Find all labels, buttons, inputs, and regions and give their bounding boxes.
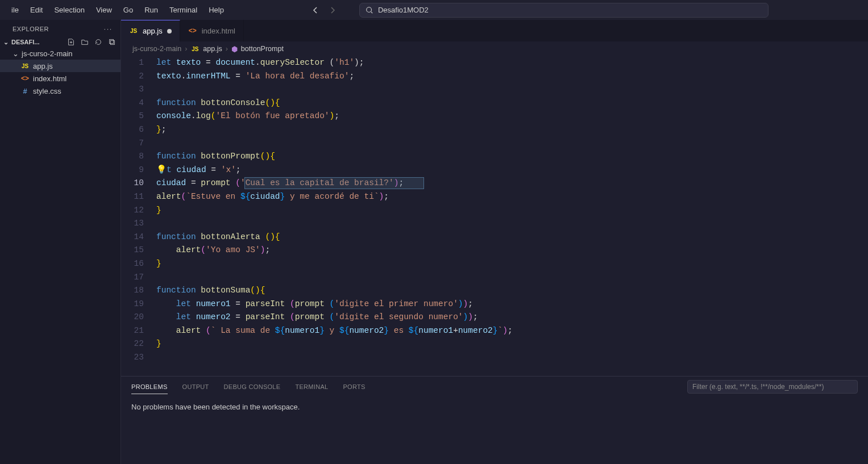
new-file-icon[interactable] bbox=[67, 38, 75, 46]
code-line-16[interactable]: } bbox=[156, 257, 868, 271]
breadcrumb-separator-icon: › bbox=[185, 45, 187, 53]
explorer-more-icon[interactable]: ··· bbox=[104, 26, 113, 32]
code-line-10[interactable]: ciudad = prompt ('Cual es la capital de … bbox=[156, 177, 868, 190]
code-line-11[interactable]: alert(`Estuve en ${ciudad} y me acordé d… bbox=[156, 190, 868, 204]
menu-edit[interactable]: Edit bbox=[24, 3, 48, 16]
panel-tabs: PROBLEMSOUTPUTDEBUG CONSOLETERMINALPORTS… bbox=[121, 377, 868, 397]
menu-selection[interactable]: Selection bbox=[48, 3, 90, 16]
code-line-12[interactable]: } bbox=[156, 204, 868, 218]
file-label: app.js bbox=[33, 62, 53, 70]
explorer-title: EXPLORER bbox=[13, 26, 49, 32]
css-icon: # bbox=[20, 87, 30, 95]
code-line-22[interactable]: } bbox=[156, 337, 868, 351]
editor-area: JSapp.js<>index.html js-curso-2-main › J… bbox=[121, 20, 868, 464]
code-line-19[interactable]: let numero1 = parseInt (prompt ('digite … bbox=[156, 298, 868, 311]
file-label: index.html bbox=[33, 74, 67, 83]
code-line-4[interactable]: function bottonConsole(){ bbox=[156, 97, 868, 110]
new-folder-icon[interactable] bbox=[81, 38, 89, 46]
panel-tab-ports[interactable]: PORTS bbox=[343, 380, 365, 394]
explorer-root-folder[interactable]: ⌄ DESAFI... bbox=[0, 37, 121, 47]
line-gutter: 1234567891011121314151617181920212223 bbox=[121, 56, 156, 376]
panel-tab-output[interactable]: OUTPUT bbox=[182, 380, 209, 394]
code-line-15[interactable]: alert('Yo amo JS'); bbox=[156, 244, 868, 257]
explorer-sidebar: EXPLORER ··· ⌄ DESAFI... ⌄ js-curso-2-ma… bbox=[0, 20, 121, 464]
breadcrumb-item[interactable]: bottonPrompt bbox=[241, 45, 284, 53]
code-line-21[interactable]: alert (` La suma de ${numero1} y ${numer… bbox=[156, 324, 868, 338]
chevron-down-icon: ⌄ bbox=[3, 39, 9, 46]
code-line-3[interactable] bbox=[156, 83, 868, 97]
panel-tab-debug-console[interactable]: DEBUG CONSOLE bbox=[224, 380, 281, 394]
problems-filter-input[interactable]: Filter (e.g. text, **/*.ts, !**/node_mod… bbox=[687, 380, 858, 394]
nav-back-icon[interactable] bbox=[308, 3, 323, 18]
menu-run[interactable]: Run bbox=[139, 3, 164, 16]
file-style-css[interactable]: #style.css bbox=[0, 85, 121, 97]
svg-point-0 bbox=[367, 7, 372, 12]
svg-rect-3 bbox=[110, 40, 114, 44]
file-tree: ⌄ js-curso-2-main JSapp.js<>index.html#s… bbox=[0, 47, 121, 97]
js-icon: JS bbox=[190, 46, 200, 52]
file-app-js[interactable]: JSapp.js bbox=[0, 60, 121, 72]
html-icon: <> bbox=[20, 74, 30, 82]
svg-line-1 bbox=[371, 11, 373, 13]
chevron-down-icon: ⌄ bbox=[13, 49, 18, 58]
code-line-18[interactable]: function bottonSuma(){ bbox=[156, 284, 868, 298]
collapse-all-icon[interactable] bbox=[108, 38, 116, 46]
editor-tabs: JSapp.js<>index.html bbox=[121, 20, 868, 41]
tab-label: app.js bbox=[143, 27, 163, 35]
code-line-13[interactable] bbox=[156, 217, 868, 231]
svg-rect-2 bbox=[110, 40, 114, 44]
menu-help[interactable]: Help bbox=[203, 3, 230, 16]
code-content[interactable]: let texto = document.querySelector ('h1'… bbox=[156, 56, 868, 376]
nav-forward-icon[interactable] bbox=[325, 3, 340, 18]
code-editor[interactable]: 1234567891011121314151617181920212223 le… bbox=[121, 56, 868, 376]
panel-tab-terminal[interactable]: TERMINAL bbox=[295, 380, 328, 394]
tab-app-js[interactable]: JSapp.js bbox=[121, 20, 180, 41]
js-icon: JS bbox=[20, 63, 30, 69]
breadcrumb-separator-icon: › bbox=[226, 45, 228, 53]
breadcrumbs[interactable]: js-curso-2-main › JS app.js › ⬢ bottonPr… bbox=[121, 41, 868, 56]
code-line-6[interactable]: }; bbox=[156, 123, 868, 137]
code-line-7[interactable] bbox=[156, 137, 868, 151]
refresh-icon[interactable] bbox=[94, 38, 102, 46]
code-line-23[interactable] bbox=[156, 351, 868, 365]
code-line-20[interactable]: let numero2 = parseInt (prompt ('digite … bbox=[156, 311, 868, 324]
search-icon bbox=[366, 6, 373, 14]
breadcrumb-item[interactable]: js-curso-2-main bbox=[132, 45, 181, 53]
file-label: style.css bbox=[33, 87, 61, 95]
command-center-search[interactable]: Desafio1MOD2 bbox=[359, 3, 769, 18]
file-index-html[interactable]: <>index.html bbox=[0, 72, 121, 85]
dirty-indicator-icon bbox=[167, 29, 172, 34]
folder-label: js-curso-2-main bbox=[22, 49, 73, 58]
menu-go[interactable]: Go bbox=[118, 3, 139, 16]
search-text: Desafio1MOD2 bbox=[378, 6, 429, 14]
problems-body: No problems have been detected in the wo… bbox=[121, 397, 868, 417]
menu-terminal[interactable]: Terminal bbox=[164, 3, 203, 16]
menu-ile[interactable]: ile bbox=[6, 3, 24, 16]
code-line-2[interactable]: texto.innerHTML = 'La hora del desafio'; bbox=[156, 70, 868, 83]
code-line-5[interactable]: console.log('El botón fue apretado'); bbox=[156, 110, 868, 123]
tab-index-html[interactable]: <>index.html bbox=[180, 20, 244, 41]
breadcrumb-item[interactable]: app.js bbox=[203, 45, 222, 53]
html-icon: <> bbox=[188, 27, 197, 35]
js-icon: JS bbox=[129, 28, 138, 34]
tree-folder[interactable]: ⌄ js-curso-2-main bbox=[0, 47, 121, 60]
tab-label: index.html bbox=[202, 27, 235, 35]
code-line-8[interactable]: function bottonPrompt(){ bbox=[156, 150, 868, 164]
code-line-14[interactable]: function bottonAlerta (){ bbox=[156, 231, 868, 244]
symbol-icon: ⬢ bbox=[231, 45, 238, 53]
code-line-1[interactable]: let texto = document.querySelector ('h1'… bbox=[156, 56, 868, 70]
code-line-17[interactable] bbox=[156, 271, 868, 285]
code-line-9[interactable]: 💡t ciudad = 'x'; bbox=[156, 164, 868, 177]
panel-tab-problems[interactable]: PROBLEMS bbox=[131, 380, 168, 394]
root-folder-label: DESAFI... bbox=[11, 39, 40, 45]
menu-view[interactable]: View bbox=[90, 3, 118, 16]
bottom-panel: PROBLEMSOUTPUTDEBUG CONSOLETERMINALPORTS… bbox=[121, 376, 868, 464]
menubar: ileEditSelectionViewGoRunTerminalHelp De… bbox=[0, 0, 868, 20]
